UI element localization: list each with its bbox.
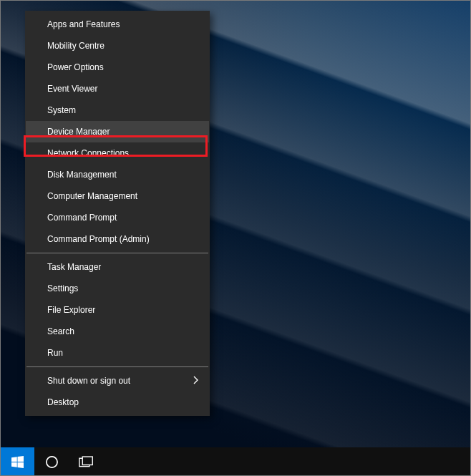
svg-marker-0 <box>11 457 17 462</box>
menu-item-computer-management[interactable]: Computer Management <box>26 185 209 207</box>
menu-item-label: Task Manager <box>47 262 101 272</box>
menu-item-label: File Explorer <box>47 305 95 315</box>
taskbar <box>0 447 471 476</box>
chevron-right-icon <box>193 375 199 387</box>
menu-item-label: Command Prompt <box>47 213 117 223</box>
menu-item-mobility-centre[interactable]: Mobility Centre <box>26 35 209 57</box>
svg-rect-6 <box>82 457 92 465</box>
menu-item-label: Event Viewer <box>47 84 97 94</box>
cortana-button[interactable] <box>34 447 69 476</box>
menu-item-shut-down-or-sign-out[interactable]: Shut down or sign out <box>26 370 209 392</box>
menu-item-settings[interactable]: Settings <box>26 278 209 299</box>
menu-item-file-explorer[interactable]: File Explorer <box>26 299 209 321</box>
menu-item-label: Command Prompt (Admin) <box>47 234 150 244</box>
menu-item-apps-and-features[interactable]: Apps and Features <box>26 14 209 35</box>
menu-item-label: Disk Management <box>47 170 117 180</box>
windows-logo-icon <box>11 456 24 468</box>
menu-item-label: Desktop <box>47 397 79 407</box>
menu-item-label: Computer Management <box>47 191 137 201</box>
menu-item-label: System <box>47 105 76 115</box>
menu-item-command-prompt-admin[interactable]: Command Prompt (Admin) <box>26 228 209 250</box>
menu-item-event-viewer[interactable]: Event Viewer <box>26 78 209 99</box>
menu-item-label: Power Options <box>47 62 104 72</box>
svg-marker-3 <box>17 462 24 467</box>
menu-separator <box>26 253 208 253</box>
task-view-icon <box>79 456 94 468</box>
menu-item-search[interactable]: Search <box>26 321 209 342</box>
winx-context-menu: Apps and FeaturesMobility CentrePower Op… <box>25 11 210 416</box>
menu-item-task-manager[interactable]: Task Manager <box>26 256 209 278</box>
menu-item-label: Network Connections <box>47 148 129 158</box>
menu-item-label: Settings <box>47 283 78 293</box>
menu-item-device-manager[interactable]: Device Manager <box>26 121 209 142</box>
menu-item-label: Apps and Features <box>47 19 120 29</box>
menu-item-label: Search <box>47 326 74 336</box>
menu-item-desktop[interactable]: Desktop <box>26 392 209 413</box>
svg-marker-1 <box>17 456 24 462</box>
menu-separator <box>26 366 208 367</box>
circle-icon <box>45 455 59 469</box>
menu-item-run[interactable]: Run <box>26 342 209 364</box>
menu-item-system[interactable]: System <box>26 99 209 121</box>
menu-item-network-connections[interactable]: Network Connections <box>26 142 209 164</box>
menu-item-command-prompt[interactable]: Command Prompt <box>26 207 209 228</box>
menu-item-label: Run <box>47 348 63 358</box>
task-view-button[interactable] <box>69 447 103 476</box>
menu-item-power-options[interactable]: Power Options <box>26 57 209 78</box>
svg-point-4 <box>46 456 57 467</box>
menu-item-label: Device Manager <box>47 127 110 137</box>
menu-item-disk-management[interactable]: Disk Management <box>26 164 209 185</box>
svg-marker-2 <box>11 462 17 467</box>
start-button[interactable] <box>0 447 34 476</box>
menu-item-label: Shut down or sign out <box>47 376 130 386</box>
menu-item-label: Mobility Centre <box>47 41 105 51</box>
